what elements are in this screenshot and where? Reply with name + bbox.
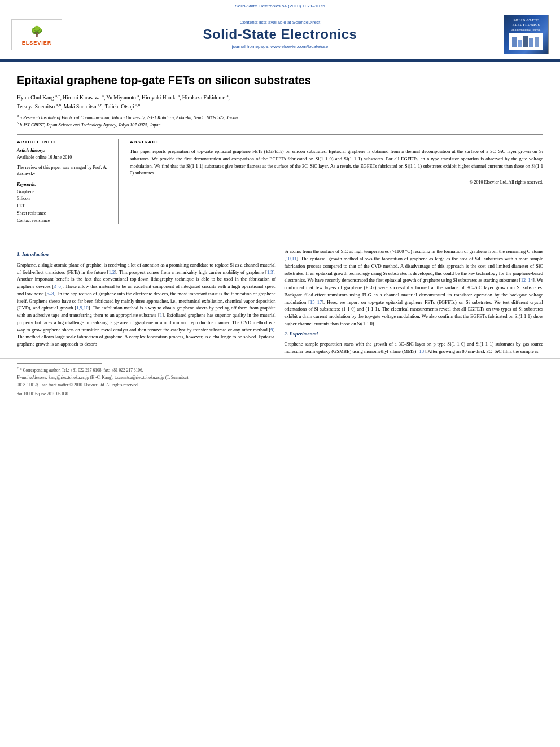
elsevier-logo-area: 🌳 ELSEVIER bbox=[11, 19, 73, 50]
abstract-text: This paper reports preparation of top-ga… bbox=[130, 148, 543, 177]
keyword-3: FET bbox=[17, 203, 110, 210]
affiliation-a: a a Research Institute of Electrical Com… bbox=[17, 113, 543, 121]
body-left-column: 1. Introduction Graphene, a single atomi… bbox=[17, 248, 276, 357]
journal-citation-banner: Solid-State Electronics 54 (2010) 1071–1… bbox=[0, 0, 560, 10]
email-note: E-mail addresses: kang@riec.tohoku.ac.jp… bbox=[17, 375, 543, 381]
corresponding-author-note: * * Corresponding author. Tel.: +81 022 … bbox=[17, 366, 543, 373]
elsevier-tree-icon: 🌳 bbox=[25, 23, 48, 40]
issn-line: 0038-1101/$ - see front matter © 2010 El… bbox=[17, 382, 543, 388]
sciencedirect-label: Contents lists available at ScienceDirec… bbox=[73, 20, 487, 25]
authors-text: Hyun-Chul Kang a,*, Hiromi Karasawa a, Y… bbox=[17, 95, 230, 109]
abstract-column: ABSTRACT This paper reports preparation … bbox=[130, 139, 543, 224]
footnote-rule bbox=[17, 363, 102, 364]
svg-rect-4 bbox=[535, 37, 539, 47]
email-addresses: kang@riec.tohoku.ac.jp (H.-C. Kang), t.s… bbox=[49, 375, 189, 380]
cover-graphic bbox=[509, 33, 543, 50]
journal-title-area: Contents lists available at ScienceDirec… bbox=[73, 20, 487, 49]
journal-header: 🌳 ELSEVIER Contents lists available at S… bbox=[0, 10, 560, 60]
elsevier-wordmark: ELSEVIER bbox=[22, 40, 52, 46]
review-text: The review of this paper was arranged by… bbox=[17, 164, 110, 177]
cover-subtitle: an international journal bbox=[511, 28, 540, 32]
sciencedirect-link-text[interactable]: ScienceDirect bbox=[292, 20, 320, 25]
email-label: E-mail addresses: bbox=[17, 375, 47, 380]
abstract-heading: ABSTRACT bbox=[130, 139, 543, 145]
affiliation-b: b b JST-CREST, Japan Science and Technol… bbox=[17, 121, 543, 129]
body-content: 1. Introduction Graphene, a single atomi… bbox=[0, 248, 560, 357]
experimental-paragraph-1: Graphene sample preparation starts with … bbox=[285, 340, 544, 355]
keyword-1: Graphene bbox=[17, 189, 110, 196]
journal-homepage: journal homepage: www.elsevier.com/locat… bbox=[73, 44, 487, 49]
doi-line: doi:10.1016/j.sse.2010.05.030 bbox=[17, 391, 543, 396]
intro-paragraph-2: Si atoms from the surface of SiC at high… bbox=[285, 248, 544, 327]
authors-line: Hyun-Chul Kang a,*, Hiromi Karasawa a, Y… bbox=[17, 93, 543, 111]
keyword-2: Silicon bbox=[17, 195, 110, 203]
svg-rect-1 bbox=[518, 40, 522, 47]
journal-citation: Solid-State Electronics 54 (2010) 1071–1… bbox=[235, 3, 325, 8]
keywords-list: Graphene Silicon FET Sheet resistance Co… bbox=[17, 189, 110, 225]
journal-cover-image: SOLID-STATEELECTRONICS an international … bbox=[504, 15, 549, 54]
keywords-label: Keywords: bbox=[17, 182, 110, 187]
svg-rect-0 bbox=[512, 37, 517, 47]
journal-cover-area: SOLID-STATEELECTRONICS an international … bbox=[487, 15, 549, 54]
copyright-text: © 2010 Elsevier Ltd. All rights reserved… bbox=[130, 180, 543, 185]
main-content: Epitaxial graphene top-gate FETs on sili… bbox=[0, 62, 560, 238]
history-label: Article history: bbox=[17, 148, 110, 153]
journal-title: Solid-State Electronics bbox=[73, 27, 487, 42]
section-divider bbox=[17, 243, 543, 243]
page-wrapper: Solid-State Electronics 54 (2010) 1071–1… bbox=[0, 0, 560, 401]
keyword-5: Contact resistance bbox=[17, 217, 110, 225]
cover-title: SOLID-STATEELECTRONICS bbox=[512, 19, 540, 28]
svg-rect-3 bbox=[529, 38, 533, 47]
article-info-column: ARTICLE INFO Article history: Available … bbox=[17, 139, 119, 224]
svg-rect-2 bbox=[523, 36, 528, 47]
intro-section-title: 1. Introduction bbox=[17, 251, 276, 259]
body-right-column: Si atoms from the surface of SiC at high… bbox=[285, 248, 544, 357]
experimental-section-title: 2. Experimental bbox=[285, 330, 544, 338]
article-info-abstract-section: ARTICLE INFO Article history: Available … bbox=[17, 134, 543, 224]
elsevier-logo: 🌳 ELSEVIER bbox=[11, 19, 62, 50]
history-text: Available online 16 June 2010 bbox=[17, 155, 110, 160]
affiliations: a a Research Institute of Electrical Com… bbox=[17, 113, 543, 129]
article-info-heading: ARTICLE INFO bbox=[17, 139, 110, 145]
intro-paragraph-1: Graphene, a single atomic plane of graph… bbox=[17, 261, 276, 348]
footer: * * Corresponding author. Tel.: +81 022 … bbox=[0, 358, 560, 401]
keyword-4: Sheet resistance bbox=[17, 210, 110, 217]
article-title: Epitaxial graphene top-gate FETs on sili… bbox=[17, 73, 543, 88]
